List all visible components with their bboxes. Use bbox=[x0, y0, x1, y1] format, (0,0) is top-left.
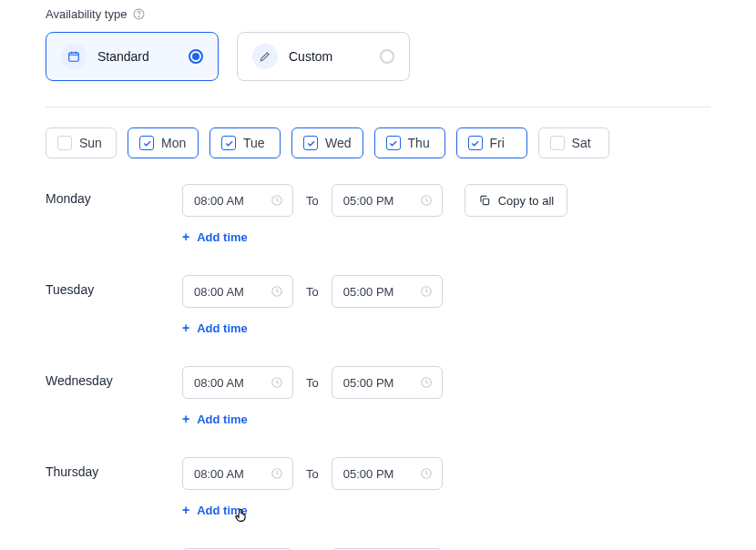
checkbox-icon bbox=[139, 136, 154, 150]
svg-point-1 bbox=[138, 16, 139, 17]
checkbox-icon bbox=[303, 136, 318, 150]
start-time-input[interactable]: 08:00 AM bbox=[182, 275, 293, 308]
schedule-day-label: Tuesday bbox=[46, 275, 182, 353]
day-chip-label: Sun bbox=[79, 136, 102, 150]
clock-icon bbox=[271, 376, 283, 389]
help-icon[interactable] bbox=[132, 8, 145, 21]
to-label: To bbox=[306, 376, 319, 390]
checkbox-icon bbox=[550, 136, 565, 150]
plus-icon: + bbox=[182, 321, 189, 335]
start-time-value: 08:00 AM bbox=[194, 194, 244, 208]
start-time-input[interactable]: 08:00 AM bbox=[182, 366, 293, 399]
clock-icon bbox=[420, 467, 433, 480]
pencil-icon bbox=[252, 44, 278, 69]
to-label: To bbox=[306, 194, 319, 208]
availability-type-custom-label: Custom bbox=[289, 49, 369, 64]
checkbox-icon bbox=[221, 136, 236, 150]
start-time-input[interactable]: 08:00 AM bbox=[182, 184, 293, 217]
day-chip-label: Wed bbox=[325, 136, 352, 150]
start-time-input[interactable]: 08:00 AM bbox=[182, 457, 293, 490]
start-time-value: 08:00 AM bbox=[194, 376, 244, 390]
day-chip-mon[interactable]: Mon bbox=[128, 127, 199, 158]
add-time-button[interactable]: + Add time bbox=[182, 321, 710, 335]
day-chip-label: Sat bbox=[572, 136, 591, 150]
end-time-value: 05:00 PM bbox=[343, 376, 394, 390]
plus-icon: + bbox=[182, 229, 189, 244]
start-time-value: 08:00 AM bbox=[194, 467, 244, 481]
plus-icon: + bbox=[182, 412, 189, 426]
add-time-button[interactable]: + Add time bbox=[182, 229, 710, 244]
checkbox-icon bbox=[386, 136, 401, 150]
availability-type-standard[interactable]: Standard bbox=[46, 32, 219, 81]
add-time-label: Add time bbox=[197, 321, 248, 335]
clock-icon bbox=[271, 285, 283, 298]
end-time-value: 05:00 PM bbox=[343, 194, 394, 208]
day-chip-thu[interactable]: Thu bbox=[374, 127, 445, 158]
copy-to-all-button[interactable]: Copy to all bbox=[465, 184, 567, 217]
day-chip-sat[interactable]: Sat bbox=[538, 127, 609, 158]
radio-icon bbox=[380, 49, 394, 64]
day-chip-label: Thu bbox=[408, 136, 430, 150]
clock-icon bbox=[271, 467, 283, 480]
clock-icon bbox=[420, 194, 433, 207]
day-chip-tue[interactable]: Tue bbox=[209, 127, 281, 158]
schedule-day-label: Monday bbox=[46, 184, 182, 262]
schedule-row-tuesday: Tuesday 08:00 AM To 05:00 PM + Add time bbox=[46, 275, 710, 353]
clock-icon bbox=[420, 285, 433, 298]
plus-icon: + bbox=[182, 503, 189, 517]
schedule-row-thursday: Thursday 08:00 AM To 05:00 PM + Add time bbox=[46, 457, 710, 535]
add-time-label: Add time bbox=[197, 230, 248, 244]
to-label: To bbox=[306, 467, 319, 481]
end-time-value: 05:00 PM bbox=[343, 285, 394, 299]
schedule-row-wednesday: Wednesday 08:00 AM To 05:00 PM + Add tim… bbox=[46, 366, 710, 444]
day-chip-label: Fri bbox=[490, 136, 505, 150]
day-chip-label: Tue bbox=[243, 136, 265, 150]
radio-icon bbox=[189, 49, 203, 64]
schedule-row-monday: Monday 08:00 AM To 05:00 PM Copy to all … bbox=[46, 184, 710, 262]
day-chip-label: Mon bbox=[161, 136, 186, 150]
schedule-day-label: Wednesday bbox=[46, 366, 182, 444]
start-time-value: 08:00 AM bbox=[194, 285, 244, 299]
clock-icon bbox=[271, 194, 283, 207]
clock-icon bbox=[420, 376, 433, 389]
end-time-input[interactable]: 05:00 PM bbox=[332, 457, 443, 490]
checkbox-icon bbox=[468, 136, 483, 150]
calendar-icon bbox=[61, 44, 87, 69]
day-chip-sun[interactable]: Sun bbox=[46, 127, 117, 158]
checkbox-icon bbox=[57, 136, 72, 150]
end-time-input[interactable]: 05:00 PM bbox=[332, 275, 443, 308]
to-label: To bbox=[306, 285, 319, 299]
add-time-button[interactable]: + Add time bbox=[182, 412, 710, 426]
availability-type-label: Availability type bbox=[46, 7, 127, 21]
day-chip-wed[interactable]: Wed bbox=[291, 127, 363, 158]
availability-type-custom[interactable]: Custom bbox=[237, 32, 410, 81]
copy-icon bbox=[478, 194, 491, 207]
copy-to-all-label: Copy to all bbox=[498, 194, 554, 208]
end-time-input[interactable]: 05:00 PM bbox=[332, 366, 443, 399]
schedule-day-label: Thursday bbox=[46, 457, 182, 535]
availability-type-standard-label: Standard bbox=[97, 49, 178, 64]
svg-rect-2 bbox=[69, 53, 79, 61]
add-time-label: Add time bbox=[197, 412, 248, 426]
end-time-input[interactable]: 05:00 PM bbox=[332, 184, 443, 217]
add-time-label: Add time bbox=[197, 504, 248, 517]
divider bbox=[46, 107, 710, 107]
end-time-value: 05:00 PM bbox=[343, 467, 394, 481]
svg-rect-5 bbox=[483, 199, 488, 204]
day-chip-fri[interactable]: Fri bbox=[456, 127, 527, 158]
add-time-button[interactable]: + Add time bbox=[182, 503, 710, 517]
